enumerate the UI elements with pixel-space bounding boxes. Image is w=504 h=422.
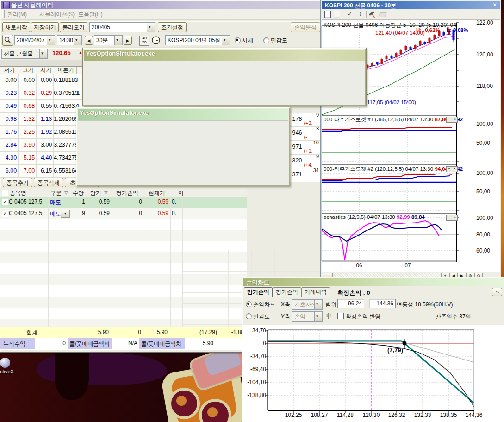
indicator-check-icon[interactable]: ✓ <box>346 10 354 18</box>
quote-radio[interactable] <box>235 37 241 43</box>
step-back-icon[interactable]: ◀ <box>85 36 93 45</box>
sort-icon[interactable]: ▽ <box>64 190 68 195</box>
scale-updown-icon[interactable]: ↕ <box>356 10 364 18</box>
sort-icon[interactable]: ▽ <box>104 190 108 195</box>
series-combobox[interactable]: KOSPI200 04년 05월 <box>165 35 230 45</box>
copy-chart-icon[interactable] <box>334 11 340 18</box>
preset-combobox[interactable]: 200405 <box>89 22 155 32</box>
date-combobox[interactable]: 2004/04/07 <box>14 35 55 45</box>
h-name[interactable]: 종목명 <box>10 189 26 197</box>
h-pl[interactable]: 평가손익 <box>116 189 138 197</box>
h-price[interactable]: 단가 <box>90 189 101 197</box>
x-axis-combobox[interactable]: 기초자산 <box>292 299 323 310</box>
quote-row[interactable]: 1.762.251.922.085513 <box>0 126 84 139</box>
style-tool-icon[interactable]: ψ <box>326 311 331 319</box>
eraser-icon[interactable] <box>378 12 387 17</box>
menubar-grip[interactable] <box>2 10 5 18</box>
holdings-row[interactable]: C 0405 127.5매도▾90.5900.590. <box>0 208 247 220</box>
quote-radio-label[interactable]: 시세 <box>242 37 253 44</box>
add-item-button[interactable]: 종목추가 <box>3 178 32 187</box>
range-to-input[interactable]: 144.36 <box>369 299 396 308</box>
sensitivity-radio-label[interactable]: 민감도 <box>271 37 287 44</box>
h-qty[interactable]: 수량 <box>73 189 84 197</box>
chevron-down-icon[interactable] <box>47 36 55 45</box>
sensitivity-radio[interactable] <box>263 37 269 43</box>
sensitivity-radio-label[interactable]: 민감도 <box>253 313 270 321</box>
chevron-down-icon[interactable] <box>114 36 122 45</box>
search-icon[interactable] <box>2 35 13 46</box>
quote-row[interactable]: 2.843.503.003.237779 <box>0 139 84 152</box>
close-icon[interactable] <box>492 2 497 8</box>
main-titlebar[interactable]: 옵션 시뮬레이터 <box>1 1 323 9</box>
range-from-input[interactable]: 96.24 <box>337 299 364 308</box>
confirmed-pl-checkbox-label[interactable]: 확정손익 반영 <box>346 313 380 321</box>
item-qty: 9 <box>71 210 85 217</box>
pl-analysis-button[interactable]: 손익분석 <box>291 22 320 32</box>
clock-icon[interactable] <box>151 36 161 45</box>
interval-combobox[interactable]: 30분 <box>94 35 123 45</box>
condition-button[interactable]: 조건설정 <box>158 22 187 32</box>
col-divider <box>182 197 183 327</box>
dialog-title: YesOptionSimulator.exe <box>80 109 149 116</box>
quote-row[interactable]: 0.000.000.000.188183 <box>0 74 84 87</box>
chevron-down-icon[interactable] <box>222 36 230 45</box>
activex-desktop-icon[interactable] <box>0 358 10 368</box>
h-last[interactable]: 이 <box>178 189 184 197</box>
futures-combobox[interactable]: 선물 근월물 <box>1 49 48 59</box>
pane-close-icon[interactable] <box>452 215 458 221</box>
confirmed-pl-checkbox[interactable] <box>337 313 344 319</box>
chevron-down-icon[interactable] <box>39 49 47 58</box>
tab-valuation-pl[interactable]: 평가손익 <box>273 287 301 297</box>
row-checkbox[interactable] <box>2 199 8 205</box>
quote-row[interactable]: 0.981.321.131.262069 <box>0 113 84 126</box>
select-all-checkbox[interactable] <box>2 190 8 196</box>
type-dropdown-icon[interactable]: ▾ <box>61 210 70 218</box>
holdings-row[interactable]: C 0405 127.5매도10.5900.590. <box>0 197 247 208</box>
chevron-down-icon[interactable] <box>314 300 322 309</box>
new-chart-icon[interactable] <box>324 11 331 18</box>
col-high[interactable]: 고가 <box>19 67 37 74</box>
quote-row[interactable]: 0.230.320.290.3795191 <box>0 87 84 100</box>
y-axis-combobox[interactable]: 손익 <box>292 311 323 322</box>
activex-icon-label[interactable]: ctiveX <box>0 369 14 374</box>
col-low[interactable]: 저가 <box>0 67 19 74</box>
quote-row[interactable]: 4.305.154.404.734275 <box>0 152 84 165</box>
quote-row[interactable]: 0.490.680.550.7156371 <box>0 100 84 113</box>
cum-label: 누적수익 <box>0 338 35 349</box>
row-checkbox[interactable] <box>2 211 8 217</box>
y-tick: -34,70 <box>243 353 266 360</box>
pl-titlebar[interactable]: 손익차트 <box>243 278 504 286</box>
menu-help[interactable]: 도움말(H) <box>78 11 103 19</box>
tools-icon[interactable] <box>369 11 374 16</box>
col-open[interactable]: 시가 <box>37 67 55 74</box>
kospi-titlebar[interactable]: KOSPI 200 선물 0406 - 30분 <box>322 1 500 9</box>
restart-button[interactable]: 새로시작 <box>2 22 30 32</box>
tab-expiry-pl[interactable]: 만기손익 <box>244 287 273 297</box>
pl-chart-radio-label[interactable]: 손익차트 <box>253 301 275 309</box>
step-forward-icon[interactable]: ▶ <box>124 36 132 45</box>
holdings-body: C 0405 127.5매도10.5900.590.C 0405 127.5매도… <box>0 197 247 220</box>
chevron-down-icon[interactable] <box>74 36 81 45</box>
pane-close-icon[interactable] <box>452 117 458 123</box>
load-button[interactable]: 불러오기 <box>60 22 87 32</box>
delete-item-button[interactable]: 종목삭제 <box>34 178 63 187</box>
menu-simulation[interactable]: 시뮬레이션(S) <box>39 11 75 19</box>
chevron-down-icon[interactable] <box>147 23 155 32</box>
chevron-down-icon[interactable] <box>314 312 322 321</box>
popout-icon[interactable]: ↘ <box>492 288 502 296</box>
quote-row[interactable]: 6.007.006.156.553164 <box>0 165 84 178</box>
h-current[interactable]: 현재가 <box>149 189 165 197</box>
pl-chart-radio[interactable] <box>246 301 252 307</box>
auto-icon[interactable]: AUTO <box>139 36 149 46</box>
menu-manage[interactable]: 관리(M) <box>7 11 27 19</box>
time-combobox[interactable]: 14:30 <box>57 35 82 45</box>
kospi-high-annotation: 121,40 (04/07 14:00) <box>375 30 425 36</box>
sensitivity-radio[interactable] <box>246 313 252 319</box>
tab-trade-history[interactable]: 거래내역 <box>301 287 330 297</box>
col-theoretical[interactable]: 이론가 <box>55 67 77 74</box>
h-type[interactable]: 구분 <box>50 189 62 197</box>
pane-close-icon[interactable] <box>452 166 458 172</box>
save-button[interactable]: 저장하기 <box>31 22 59 32</box>
futures-price: 120.65 <box>52 50 71 56</box>
x-tick: 138,35 <box>437 412 460 418</box>
